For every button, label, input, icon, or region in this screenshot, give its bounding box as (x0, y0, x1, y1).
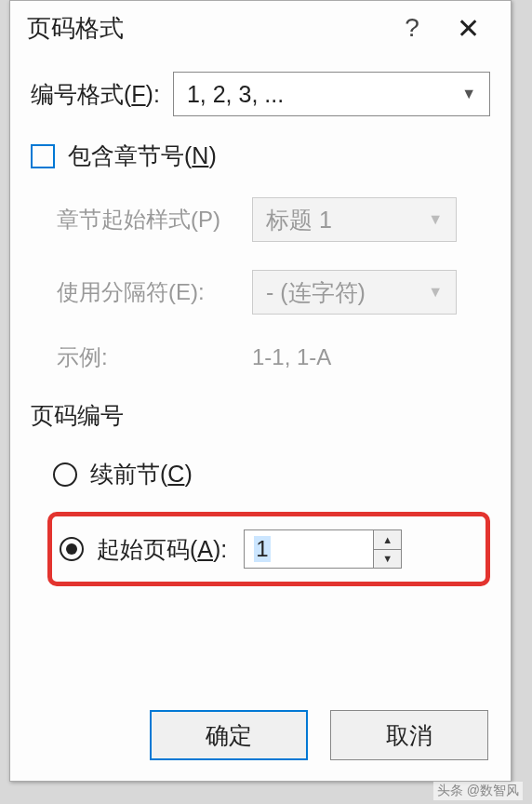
titlebar: 页码格式 ? ✕ (10, 1, 511, 55)
include-chapter-checkbox[interactable] (31, 144, 55, 168)
start-at-label: 起始页码(A): (97, 534, 227, 565)
start-at-input[interactable]: 1 (245, 530, 373, 568)
include-chapter-label: 包含章节号(N) (68, 141, 217, 171)
example-value: 1-1, 1-A (252, 344, 331, 370)
spinner-up-button[interactable]: ▲ (374, 530, 401, 550)
page-numbering-radio-group: 续前节(C) 起始页码(A): 1 ▲ ▼ (31, 451, 490, 586)
page-numbering-section-title: 页码编号 (31, 400, 490, 431)
dialog-buttons: 确定 取消 (10, 710, 511, 760)
chevron-down-icon: ▼ (428, 284, 443, 301)
chevron-down-icon: ▼ (461, 86, 476, 102)
continue-previous-radio[interactable] (53, 462, 77, 487)
separator-label: 使用分隔符(E): (57, 277, 252, 307)
number-format-row: 编号格式(F): 1, 2, 3, ... ▼ (31, 72, 490, 116)
start-at-radio[interactable] (60, 537, 84, 561)
chevron-down-icon: ▼ (428, 211, 443, 228)
watermark: 头条 @数智风 (433, 782, 523, 800)
start-at-radio-row[interactable]: 起始页码(A): 1 ▲ ▼ (47, 512, 490, 586)
include-chapter-row[interactable]: 包含章节号(N) (31, 141, 490, 171)
number-format-dropdown[interactable]: 1, 2, 3, ... ▼ (173, 72, 490, 116)
close-button[interactable]: ✕ (440, 12, 496, 45)
continue-previous-radio-row[interactable]: 续前节(C) (47, 451, 490, 497)
chapter-start-style-label: 章节起始样式(P) (57, 205, 252, 234)
cancel-button[interactable]: 取消 (330, 710, 488, 760)
continue-previous-label: 续前节(C) (90, 459, 193, 489)
chapter-start-style-row: 章节起始样式(P) 标题 1 ▼ (57, 197, 490, 242)
example-row: 示例: 1-1, 1-A (57, 342, 490, 372)
chapter-subgroup: 章节起始样式(P) 标题 1 ▼ 使用分隔符(E): - (连字符) ▼ 示例:… (31, 197, 490, 372)
help-button[interactable]: ? (384, 13, 440, 43)
dialog-content: 编号格式(F): 1, 2, 3, ... ▼ 包含章节号(N) 章节起始样式(… (10, 55, 511, 586)
spinner-down-button[interactable]: ▼ (374, 550, 401, 569)
number-format-label: 编号格式(F): (31, 79, 160, 110)
separator-dropdown: - (连字符) ▼ (252, 270, 457, 315)
dialog-title: 页码格式 (27, 12, 384, 45)
start-at-spinner[interactable]: 1 ▲ ▼ (244, 529, 402, 569)
example-label: 示例: (57, 342, 252, 372)
chapter-start-style-dropdown: 标题 1 ▼ (252, 197, 457, 242)
ok-button[interactable]: 确定 (150, 710, 308, 760)
page-number-format-dialog: 页码格式 ? ✕ 编号格式(F): 1, 2, 3, ... ▼ 包含章节号(N… (9, 0, 512, 782)
separator-row: 使用分隔符(E): - (连字符) ▼ (57, 270, 490, 315)
